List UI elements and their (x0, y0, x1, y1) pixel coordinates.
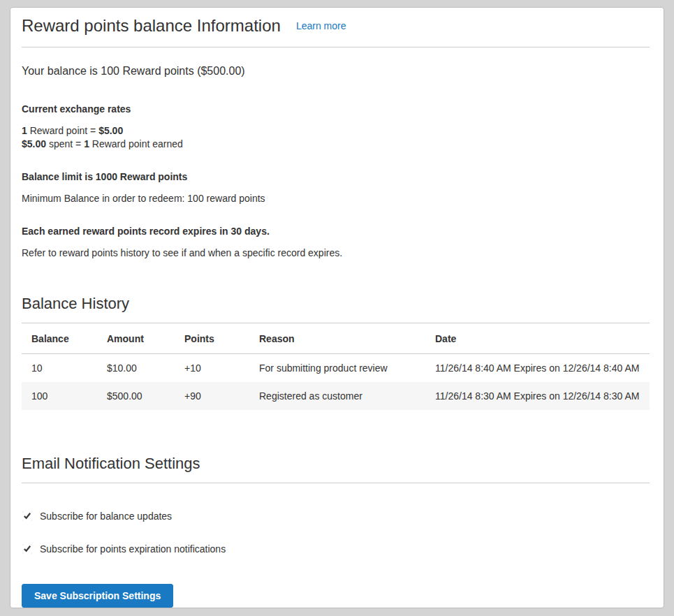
balance-limit-heading: Balance limit is 1000 Reward points (22, 171, 650, 182)
cell-points: +90 (175, 382, 249, 410)
balance-updates-option: Subscribe for balance updates (22, 511, 650, 522)
balance-updates-checkbox[interactable] (22, 511, 32, 521)
table-row: 10 $10.00 +10 For submitting product rev… (22, 354, 650, 383)
page-title: Reward points balance Information (22, 17, 281, 35)
table-row: 100 $500.00 +90 Registered as customer 1… (22, 382, 650, 410)
cell-amount: $10.00 (97, 354, 175, 383)
rate-line-2-text-2: Reward point earned (89, 138, 183, 149)
points-expiration-option: Subscribe for points expiration notifica… (22, 543, 650, 555)
rate-line-1-text: Reward point = (27, 125, 98, 136)
exchange-rates-heading: Current exchange rates (22, 103, 650, 115)
cell-date: 11/26/14 8:30 AM Expires on 12/26/14 8:3… (425, 382, 650, 410)
column-header-date: Date (425, 323, 650, 354)
rate-dollar-value: $5.00 (98, 125, 123, 136)
balance-history-table: Balance Amount Points Reason Date 10 $10… (22, 323, 650, 410)
email-notification-heading: Email Notification Settings (22, 455, 650, 483)
column-header-points: Points (175, 323, 249, 354)
exchange-rate-line-1: 1 Reward point = $5.00 (22, 124, 650, 138)
page-header: Reward points balance Information Learn … (22, 8, 650, 47)
column-header-balance: Balance (22, 323, 97, 354)
expiration-note: Refer to reward points history to see if… (22, 247, 650, 260)
learn-more-link[interactable]: Learn more (296, 20, 346, 31)
reward-points-panel: Reward points balance Information Learn … (10, 7, 664, 608)
table-header-row: Balance Amount Points Reason Date (22, 323, 650, 354)
cell-reason: For submitting product review (249, 354, 425, 383)
rate-point-value: 1 (22, 125, 27, 136)
earned-point-value: 1 (84, 138, 89, 149)
minimum-balance-line: Minimum Balance in order to redeem: 100 … (22, 192, 650, 205)
spend-dollar-value: $5.00 (22, 138, 46, 149)
cell-amount: $500.00 (97, 382, 175, 410)
points-expiration-checkbox[interactable] (22, 544, 32, 554)
balance-summary: Your balance is 100 Reward points ($500.… (22, 64, 650, 78)
cell-date: 11/26/14 8:40 AM Expires on 12/26/14 8:4… (425, 354, 650, 383)
balance-updates-label: Subscribe for balance updates (40, 511, 172, 522)
cell-balance: 100 (22, 382, 97, 410)
cell-points: +10 (175, 354, 249, 383)
column-header-amount: Amount (97, 323, 175, 354)
rate-line-2-text-1: spent = (46, 138, 84, 149)
exchange-rate-line-2: $5.00 spent = 1 Reward point earned (22, 138, 650, 151)
save-subscription-settings-button[interactable]: Save Subscription Settings (22, 584, 173, 608)
cell-reason: Registered as customer (249, 382, 425, 410)
expiration-heading: Each earned reward points record expires… (22, 226, 650, 237)
column-header-reason: Reason (249, 323, 425, 354)
cell-balance: 10 (22, 354, 97, 383)
points-expiration-label: Subscribe for points expiration notifica… (40, 543, 226, 555)
balance-history-heading: Balance History (22, 295, 650, 323)
